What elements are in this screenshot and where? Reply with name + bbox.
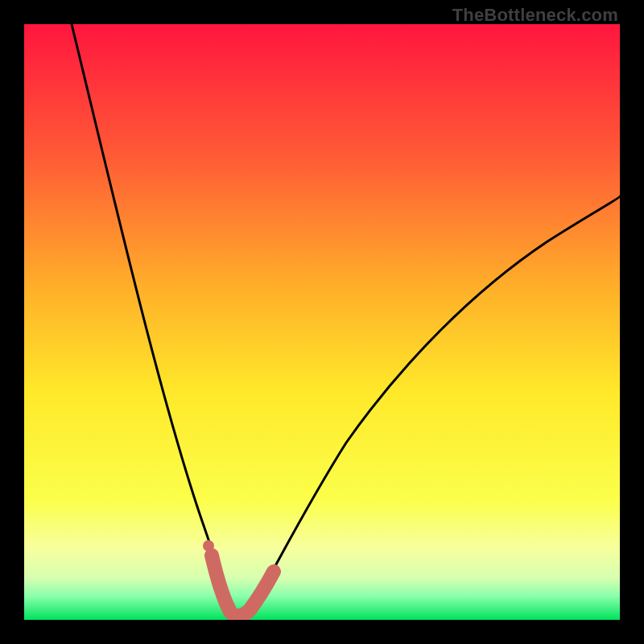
- bottleneck-chart: [24, 24, 620, 620]
- chart-frame: [24, 24, 620, 620]
- watermark-text: TheBottleneck.com: [452, 5, 618, 26]
- marker-dot: [203, 540, 214, 551]
- gradient-background: [24, 24, 620, 620]
